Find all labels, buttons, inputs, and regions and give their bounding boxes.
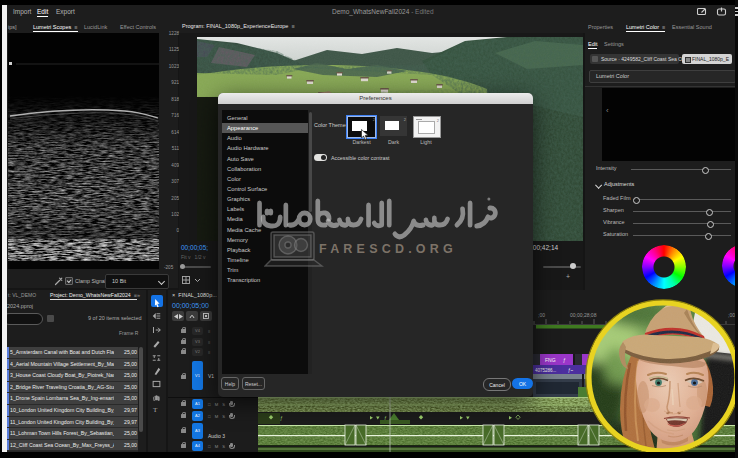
svg-text:ƒ: ƒ [563,357,566,363]
svg-text:FNG: FNG [545,357,556,363]
svg-text:ƒ: ƒ [280,415,283,421]
svg-text:ƒ~: ƒ~ [568,368,574,373]
svg-text:4075286...: 4075286... [535,368,556,373]
